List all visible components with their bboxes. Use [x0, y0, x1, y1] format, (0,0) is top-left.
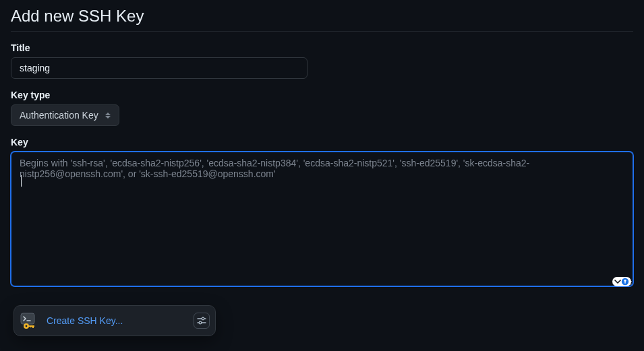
key-type-select[interactable]: Authentication Key	[11, 104, 119, 126]
sliders-icon	[197, 316, 206, 325]
autocomplete-settings-button[interactable]	[194, 313, 210, 329]
title-input[interactable]	[11, 57, 308, 79]
key-label: Key	[11, 137, 633, 148]
svg-point-11	[202, 317, 204, 320]
key-type-label: Key type	[11, 90, 633, 100]
page-title: Add new SSH Key	[11, 7, 633, 32]
svg-rect-3	[21, 313, 34, 324]
svg-point-6	[26, 325, 28, 327]
autocomplete-suggestion[interactable]: Create SSH Key...	[13, 305, 216, 336]
svg-rect-8	[32, 325, 34, 328]
terminal-key-icon	[20, 311, 38, 330]
svg-point-13	[199, 321, 202, 324]
select-caret-icon	[105, 113, 111, 119]
key-group: Key	[11, 137, 633, 288]
title-label: Title	[11, 42, 633, 53]
title-group: Title	[11, 42, 633, 79]
key-type-group: Key type Authentication Key	[11, 90, 633, 126]
autocomplete-label: Create SSH Key...	[47, 315, 123, 326]
svg-rect-9	[30, 325, 32, 327]
text-cursor	[21, 175, 22, 187]
key-type-selected-value: Authentication Key	[20, 110, 98, 121]
key-textarea[interactable]	[11, 152, 633, 286]
